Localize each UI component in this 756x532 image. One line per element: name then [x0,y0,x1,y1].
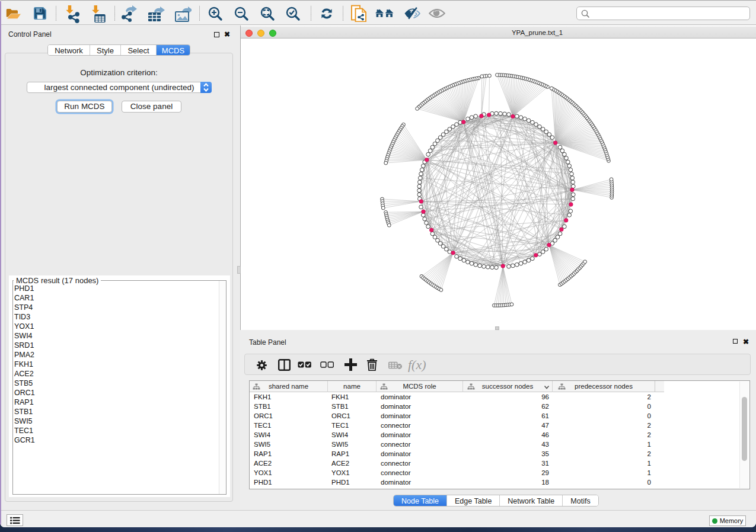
svg-text:f(x): f(x) [408,358,426,372]
